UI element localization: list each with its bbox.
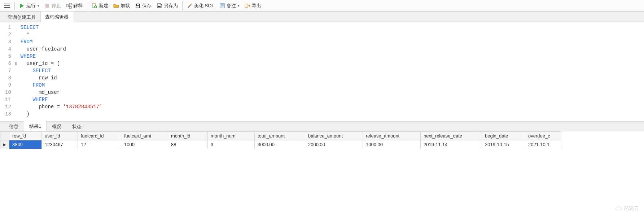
- play-icon: [19, 3, 25, 9]
- save-as-button[interactable]: 另存为: [154, 1, 180, 10]
- tab-query-builder[interactable]: 查询创建工具: [3, 12, 40, 22]
- tab-query-editor[interactable]: 查询编辑器: [40, 11, 73, 22]
- new-label: 新建: [99, 3, 108, 9]
- cell[interactable]: 3: [208, 140, 255, 149]
- main-toolbar: 运行 ▾ 停止 解释 新建 加载 保存 另存为 美化 SQL 备注 ▾ 导出: [0, 0, 644, 12]
- folder-icon: [113, 3, 119, 9]
- remark-label: 备注: [227, 3, 236, 9]
- separator: [87, 2, 87, 10]
- export-label: 导出: [252, 3, 261, 9]
- col-release_amount[interactable]: release_amount: [363, 132, 421, 140]
- explain-icon: [66, 3, 72, 9]
- svg-rect-4: [69, 6, 71, 8]
- new-icon: [92, 3, 97, 9]
- cell[interactable]: 1000: [121, 140, 168, 149]
- save-icon: [135, 3, 141, 9]
- col-row_id[interactable]: row_id: [9, 132, 42, 140]
- svg-rect-11: [245, 4, 248, 8]
- cell[interactable]: 3000.00: [255, 140, 305, 149]
- save-as-label: 另存为: [164, 3, 178, 9]
- query-tabs: 查询创建工具 查询编辑器: [0, 12, 644, 22]
- col-month_num[interactable]: month_num: [208, 132, 255, 140]
- fold-gutter[interactable]: ⊟: [14, 24, 18, 118]
- col-fuelcard_amt[interactable]: fuelcard_amt: [121, 132, 168, 140]
- col-month_id[interactable]: month_id: [168, 132, 208, 140]
- tab-profile[interactable]: 概况: [47, 121, 67, 131]
- explain-button[interactable]: 解释: [64, 1, 85, 10]
- result-grid[interactable]: row_iduser_idfuelcard_idfuelcard_amtmont…: [0, 131, 561, 149]
- line-number-gutter: 12345678910111213: [0, 24, 14, 118]
- note-icon: [219, 3, 225, 9]
- stop-label: 停止: [52, 3, 61, 9]
- save-label: 保存: [142, 3, 152, 9]
- tab-status[interactable]: 状态: [67, 121, 87, 131]
- row-marker[interactable]: ▶: [0, 140, 9, 149]
- svg-rect-9: [158, 6, 161, 7]
- cell[interactable]: 2021-10-1: [525, 140, 561, 149]
- load-label: 加载: [121, 3, 130, 9]
- cell[interactable]: 88: [168, 140, 208, 149]
- svg-rect-8: [137, 4, 139, 5]
- load-button[interactable]: 加载: [111, 1, 132, 10]
- new-button[interactable]: 新建: [89, 1, 110, 10]
- cell[interactable]: 1230467: [42, 140, 78, 149]
- col-fuelcard_id[interactable]: fuelcard_id: [78, 132, 121, 140]
- save-as-icon: [157, 3, 162, 9]
- col-total_amount[interactable]: total_amount: [255, 132, 305, 140]
- dropdown-icon: ▾: [38, 4, 39, 8]
- cell[interactable]: 2019-10-15: [482, 140, 525, 149]
- cell[interactable]: 2000.00: [305, 140, 363, 149]
- col-next_release_date[interactable]: next_release_date: [421, 132, 482, 140]
- svg-rect-3: [69, 3, 71, 5]
- svg-rect-7: [136, 6, 139, 8]
- cell[interactable]: 12: [78, 140, 121, 149]
- dropdown-icon: ▾: [238, 4, 240, 8]
- beautify-label: 美化 SQL: [194, 3, 214, 9]
- wand-icon: [187, 3, 193, 9]
- export-icon: [245, 3, 250, 9]
- separator: [182, 2, 183, 10]
- svg-rect-1: [45, 4, 49, 8]
- explain-label: 解释: [73, 3, 83, 9]
- cell[interactable]: 2019-11-14: [421, 140, 482, 149]
- save-button[interactable]: 保存: [133, 1, 154, 10]
- result-grid-wrap: row_iduser_idfuelcard_idfuelcard_amtmont…: [0, 131, 644, 149]
- hamburger-icon[interactable]: [2, 2, 12, 9]
- remark-button[interactable]: 备注 ▾: [217, 1, 242, 10]
- code-area[interactable]: SELECT *FROM user_fuelcardWHERE user_id …: [18, 24, 102, 118]
- cell[interactable]: 3849: [9, 140, 42, 149]
- tab-info[interactable]: 信息: [4, 121, 24, 131]
- cell[interactable]: 1000.00: [363, 140, 421, 149]
- col-overdue_c[interactable]: overdue_c: [525, 132, 561, 140]
- beautify-button[interactable]: 美化 SQL: [185, 1, 216, 10]
- col-balance_amount[interactable]: balance_amount: [305, 132, 363, 140]
- col-begin_date[interactable]: begin_date: [482, 132, 525, 140]
- col-user_id[interactable]: user_id: [42, 132, 78, 140]
- svg-marker-0: [20, 4, 24, 8]
- run-button[interactable]: 运行 ▾: [17, 1, 41, 10]
- export-button[interactable]: 导出: [242, 1, 263, 10]
- stop-icon: [44, 3, 50, 9]
- separator: [14, 2, 15, 10]
- result-tabs: 信息 结果1 概况 状态: [0, 121, 644, 131]
- svg-rect-2: [66, 5, 69, 7]
- tab-result1[interactable]: 结果1: [24, 121, 47, 131]
- run-label: 运行: [26, 3, 36, 9]
- sql-editor[interactable]: 12345678910111213 ⊟ SELECT *FROM user_fu…: [0, 22, 644, 121]
- stop-button[interactable]: 停止: [42, 1, 63, 10]
